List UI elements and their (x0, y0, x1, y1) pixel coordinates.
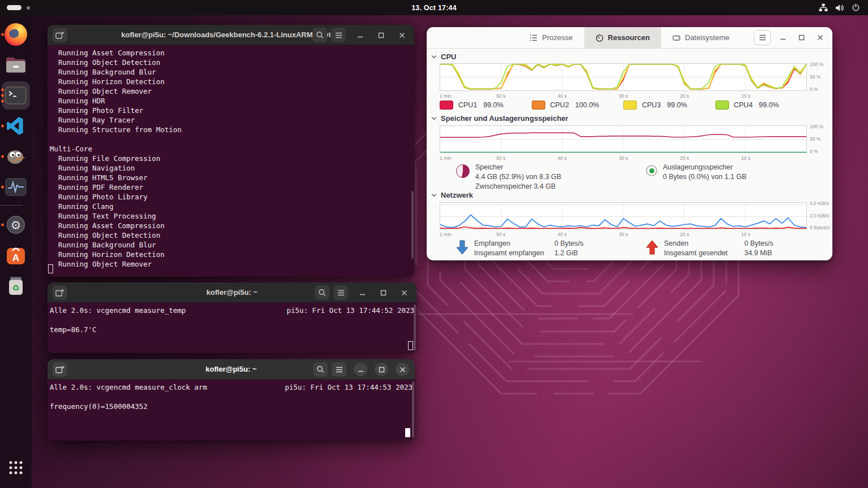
dock-items: ⚙A♻ (0, 20, 32, 302)
new-tab-icon (55, 289, 64, 297)
terminal3-search-button[interactable] (313, 362, 328, 377)
terminal2-scrollbar[interactable] (414, 304, 416, 351)
terminal2-close-button[interactable] (397, 286, 411, 299)
dock-item-system-monitor[interactable] (0, 172, 32, 202)
memory-cache-value: Zwischenspeicher 3.4 GB (475, 182, 561, 191)
terminal-line: Running Horizon Detection (50, 250, 412, 259)
search-icon (316, 31, 324, 39)
terminal1-search-button[interactable] (313, 28, 327, 42)
terminal-line: Running Horizon Detection (50, 77, 412, 86)
dock-item-trash[interactable]: ♻ (0, 271, 32, 300)
terminal3-maximize-button[interactable] (375, 363, 388, 376)
swap-usage-value: 0 Bytes (0.0%) von 1.1 GB (663, 172, 747, 182)
cpu-legend-item[interactable]: CPU2100.0% (532, 101, 624, 110)
monitor-close-button[interactable] (813, 31, 827, 45)
workspace-indicator-active[interactable] (7, 5, 21, 10)
tab-ressourcen[interactable]: Ressourcen (584, 27, 661, 48)
terminal3-scrollbar[interactable] (412, 381, 414, 438)
terminal3-minimize-button[interactable] (354, 363, 367, 376)
cpu-legend-item[interactable]: CPU199.0% (440, 101, 532, 110)
hamburger-menu-icon (759, 34, 766, 41)
cpu-legend-item[interactable]: CPU499.0% (715, 101, 808, 110)
system-monitor-headerbar[interactable]: Prozesse Ressourcen Dateisysteme (427, 27, 832, 49)
tab-prozesse[interactable]: Prozesse (518, 27, 584, 48)
terminal2-titlebar[interactable]: kofler@pi5u: ~ (47, 282, 416, 303)
terminal-line: Running Photo Library (50, 192, 412, 202)
legend-color-swatch (623, 101, 637, 110)
dock-item-gimp[interactable] (0, 142, 32, 171)
network-section-header[interactable]: Netzwerk (431, 191, 473, 199)
app-grid-icon (8, 460, 23, 475)
search-icon (316, 365, 324, 373)
network-send-info: Senden 0 Bytes/s Insgesamt gesendet 34.9… (646, 239, 773, 258)
firefox-icon (5, 23, 27, 46)
terminal-window-temp: kofler@pi5u: ~ (47, 282, 416, 353)
network-section-title: Netzwerk (441, 191, 473, 199)
legend-cpu-name: CPU1 (458, 101, 477, 109)
memory-section-header[interactable]: Speicher und Auslagerungsspeicher (431, 114, 568, 123)
terminal-line: Running HDR (50, 96, 412, 106)
x-tick-label: 20 s (680, 93, 689, 99)
x-tick-label: 50 s (496, 155, 505, 161)
send-total-label: Insgesamt gesendet (664, 249, 736, 258)
cpu-section-header[interactable]: CPU (431, 53, 456, 61)
terminal1-minimize-button[interactable] (353, 28, 367, 42)
terminal1-scrollbar[interactable] (411, 191, 414, 259)
monitor-menu-button[interactable] (754, 30, 771, 45)
system-tray[interactable] (819, 0, 860, 15)
dock-item-software[interactable]: A (0, 241, 32, 270)
new-tab-button[interactable] (53, 362, 67, 377)
dock-item-vscode[interactable] (0, 111, 32, 141)
monitor-maximize-button[interactable] (795, 31, 808, 45)
send-rate-value: 0 Bytes/s (744, 239, 773, 249)
maximize-icon (379, 367, 385, 373)
terminal1-maximize-button[interactable] (374, 28, 388, 42)
recv-total-label: Insgesamt empfangen (474, 249, 546, 258)
terminal2-minimize-button[interactable] (355, 286, 369, 299)
tab-dateisysteme[interactable]: Dateisysteme (661, 27, 741, 48)
gimp-icon (6, 147, 26, 165)
terminal2-maximize-button[interactable] (376, 286, 390, 299)
network-recv-info: Empfangen 0 Bytes/s Insgesamt empfangen … (456, 239, 583, 258)
legend-cpu-name: CPU3 (642, 101, 661, 109)
dock-item-files[interactable] (0, 50, 32, 80)
list-icon (530, 34, 537, 42)
x-tick-label: 50 s (496, 232, 505, 237)
dock-item-terminal[interactable] (0, 81, 32, 110)
dock-item-firefox[interactable] (0, 20, 32, 49)
terminal1-menu-button[interactable] (331, 28, 346, 42)
workspace-indicator-inactive[interactable] (27, 6, 30, 10)
running-indicator (1, 155, 4, 158)
monitor-minimize-button[interactable] (776, 31, 789, 45)
terminal3-close-button[interactable] (396, 363, 409, 376)
clock-output: frequency(0)=1500004352 (50, 402, 413, 411)
terminal1-titlebar[interactable]: kofler@pi5u: ~/Downloads/Geekbench-6.2.1… (47, 25, 414, 45)
x-tick-label: 20 s (680, 155, 689, 161)
y-tick-label: 0 Bytes/s (810, 225, 832, 230)
terminal3-menu-button[interactable] (332, 362, 346, 377)
terminal2-menu-button[interactable] (333, 285, 348, 300)
memory-usage-value: 4.4 GB (52.9%) von 8.3 GB (475, 172, 561, 182)
terminal1-close-button[interactable] (395, 28, 409, 42)
clock[interactable]: 13. Oct 17:44 (411, 4, 457, 12)
dock-item-settings[interactable]: ⚙ (0, 210, 32, 239)
terminal-line: Running Object Detection (50, 58, 412, 67)
x-tick-label: 40 s (558, 93, 567, 99)
chevron-down-icon (431, 193, 437, 197)
show-applications-button[interactable] (0, 453, 32, 482)
new-tab-button[interactable] (53, 285, 67, 300)
svg-text:♻: ♻ (12, 283, 19, 293)
terminal3-titlebar[interactable]: kofler@pi5u: ~ (47, 359, 415, 380)
close-icon (817, 34, 823, 41)
send-label: Senden (664, 239, 736, 249)
tab-prozesse-label: Prozesse (542, 33, 572, 42)
system-monitor-icon (5, 178, 27, 196)
terminal-window-clock: kofler@pi5u: ~ (47, 359, 415, 441)
terminal2-search-button[interactable] (315, 285, 329, 300)
terminal2-cursor (408, 341, 413, 350)
network-x-axis: 1 min50 s40 s30 s20 s10 s (440, 232, 807, 237)
settings-gear-icon: ⚙ (6, 215, 26, 235)
cpu-legend-item[interactable]: CPU399.0% (623, 101, 715, 110)
x-tick-label: 20 s (680, 232, 689, 237)
new-tab-button[interactable] (53, 28, 67, 42)
